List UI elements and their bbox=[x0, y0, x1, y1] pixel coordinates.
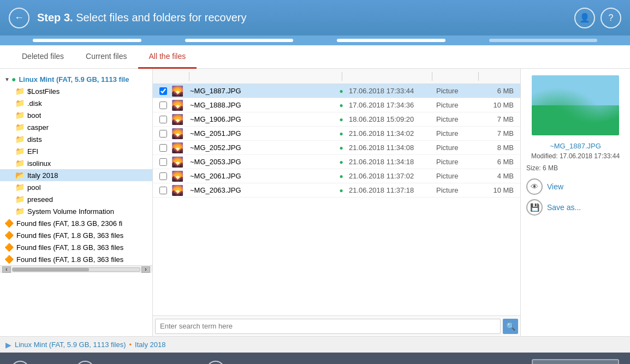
row-type: Picture bbox=[436, 115, 480, 123]
scroll-thumb bbox=[13, 268, 89, 271]
tree-item-found2[interactable]: 🔶 Found files (FAT, 1.8 GB, 363 files bbox=[0, 229, 152, 241]
folder-icon: 📁 bbox=[15, 159, 25, 168]
select-all-button[interactable]: ☑ Select all bbox=[11, 361, 65, 364]
user-button[interactable]: 👤 bbox=[574, 8, 595, 28]
status-icon: ● bbox=[339, 116, 343, 123]
tree-root[interactable]: ▼ ● Linux Mint (FAT, 5.9 GB, 1113 file bbox=[0, 73, 152, 85]
tree-item-efi[interactable]: 📁 EFI bbox=[0, 145, 152, 157]
row-status: ● bbox=[334, 172, 349, 180]
table-row[interactable]: 🌄 ~MG_2061.JPG ● 21.06.2018 11:37:02 Pic… bbox=[153, 169, 520, 183]
tree-item-found4[interactable]: 🔶 Found files (FAT, 1.8 GB, 363 files bbox=[0, 253, 152, 265]
save-icon: 💾 bbox=[526, 199, 543, 216]
file-list-header bbox=[153, 69, 520, 84]
table-row[interactable]: 🌄 ~MG_1887.JPG ● 17.06.2018 17:33:44 Pic… bbox=[153, 84, 520, 98]
checkbox-input[interactable] bbox=[159, 187, 167, 194]
view-action[interactable]: 👁 View bbox=[526, 178, 625, 195]
progress-step-4 bbox=[489, 39, 598, 42]
tree-item-casper[interactable]: 📁 casper bbox=[0, 121, 152, 133]
row-checkbox[interactable] bbox=[155, 102, 171, 109]
help-button[interactable]: ? bbox=[601, 8, 621, 28]
exit-icon: ✕ bbox=[206, 361, 225, 364]
save-action[interactable]: 💾 Save as... bbox=[526, 199, 625, 216]
table-row[interactable]: 🌄 ~MG_2051.JPG ● 21.06.2018 11:34:02 Pic… bbox=[153, 127, 520, 141]
scroll-right-arrow[interactable]: › bbox=[141, 266, 150, 273]
checkbox-input[interactable] bbox=[159, 116, 167, 123]
row-type: Picture bbox=[436, 172, 480, 180]
back-button[interactable]: ← bbox=[9, 8, 29, 28]
tree-item-boot[interactable]: 📁 boot bbox=[0, 109, 152, 121]
tree-item-lostfiles[interactable]: 📁 $LostFiles bbox=[0, 85, 152, 97]
tree-collapse-icon: ▼ bbox=[4, 76, 10, 82]
encoding-button[interactable]: AB Change file names encoding bbox=[76, 361, 195, 364]
checkbox-input[interactable] bbox=[159, 144, 167, 152]
row-date: 17.06.2018 17:33:44 bbox=[349, 87, 436, 95]
search-bar: 🔍 bbox=[153, 315, 520, 336]
folder-icon: 📁 bbox=[15, 87, 25, 96]
tab-deleted[interactable]: Deleted files bbox=[11, 45, 75, 69]
breadcrumb-drive[interactable]: Linux Mint (FAT, 5.9 GB, 1113 files) bbox=[15, 341, 126, 349]
folder-icon: 📁 bbox=[15, 123, 25, 132]
checkbox-input[interactable] bbox=[159, 172, 167, 180]
row-checkbox[interactable] bbox=[155, 130, 171, 138]
table-row[interactable]: 🌄 ~MG_2053.JPG ● 21.06.2018 11:34:18 Pic… bbox=[153, 155, 520, 169]
view-label[interactable]: View bbox=[547, 182, 563, 191]
checkbox-input[interactable] bbox=[159, 87, 167, 95]
tabs: Deleted files Current files All the file… bbox=[0, 45, 630, 69]
found-icon: 🔶 bbox=[4, 231, 14, 240]
preview-modified: Modified: 17.06.2018 17:33:44 bbox=[531, 152, 620, 160]
row-size: 7 MB bbox=[480, 115, 518, 123]
progress-area bbox=[0, 35, 630, 45]
scroll-left-arrow[interactable]: ‹ bbox=[2, 266, 11, 273]
progress-step-2 bbox=[185, 39, 294, 42]
folder-selected-icon: 📂 bbox=[15, 171, 25, 180]
status-icon: ● bbox=[339, 87, 343, 95]
tree-item-isolinux[interactable]: 📁 isolinux bbox=[0, 157, 152, 169]
tree-item-label: System Volume Information bbox=[27, 207, 114, 216]
table-row[interactable]: 🌄 ~MG_2063.JPG ● 21.06.2018 11:37:18 Pic… bbox=[153, 183, 520, 198]
tree-item-found1[interactable]: 🔶 Found files (FAT, 18.3 GB, 2306 fi bbox=[0, 217, 152, 229]
search-button[interactable]: 🔍 bbox=[503, 319, 518, 334]
folder-icon: 📁 bbox=[15, 207, 25, 216]
row-size: 4 MB bbox=[480, 172, 518, 180]
row-type: Picture bbox=[436, 144, 480, 152]
tree-item-disk[interactable]: 📁 .disk bbox=[0, 97, 152, 109]
tree-item-italy2018[interactable]: 📂 Italy 2018 bbox=[0, 169, 152, 181]
row-checkbox[interactable] bbox=[155, 116, 171, 123]
row-checkbox[interactable] bbox=[155, 172, 171, 180]
row-type: Picture bbox=[436, 101, 480, 109]
progress-step-3 bbox=[337, 39, 445, 42]
recover-selected-button[interactable]: Recover selected bbox=[532, 359, 619, 364]
row-checkbox[interactable] bbox=[155, 144, 171, 152]
row-status: ● bbox=[334, 87, 349, 95]
tree-item-found3[interactable]: 🔶 Found files (FAT, 1.8 GB, 363 files bbox=[0, 241, 152, 253]
checkbox-input[interactable] bbox=[159, 102, 167, 109]
row-date: 21.06.2018 11:34:08 bbox=[349, 144, 436, 152]
checkbox-input[interactable] bbox=[159, 130, 167, 138]
row-checkbox[interactable] bbox=[155, 187, 171, 194]
tree-item-sysvolinfo[interactable]: 📁 System Volume Information bbox=[0, 205, 152, 217]
checkbox-input[interactable] bbox=[159, 158, 167, 166]
breadcrumb-arrow-icon: ▶ bbox=[5, 341, 11, 349]
search-input[interactable] bbox=[155, 319, 501, 334]
found-icon: 🔶 bbox=[4, 243, 14, 252]
breadcrumb-folder[interactable]: Italy 2018 bbox=[135, 341, 165, 349]
tab-all[interactable]: All the files bbox=[138, 45, 197, 69]
tree-item-dists[interactable]: 📁 dists bbox=[0, 133, 152, 145]
tree-item-preseed[interactable]: 📁 preseed bbox=[0, 193, 152, 205]
row-checkbox[interactable] bbox=[155, 158, 171, 166]
row-filename: ~MG_2053.JPG bbox=[188, 158, 334, 166]
horizontal-scrollbar[interactable]: ‹ › bbox=[0, 265, 152, 273]
save-label[interactable]: Save as... bbox=[547, 203, 581, 212]
preview-image bbox=[532, 75, 619, 135]
tree-item-pool[interactable]: 📁 pool bbox=[0, 181, 152, 193]
tree-item-label: dists bbox=[27, 135, 42, 144]
table-row[interactable]: 🌄 ~MG_2052.JPG ● 21.06.2018 11:34:08 Pic… bbox=[153, 141, 520, 155]
tree-item-label: preseed bbox=[27, 195, 53, 204]
preview-filename: ~MG_1887.JPG bbox=[550, 142, 601, 150]
tab-current[interactable]: Current files bbox=[75, 45, 138, 69]
table-row[interactable]: 🌄 ~MG_1888.JPG ● 17.06.2018 17:34:36 Pic… bbox=[153, 98, 520, 112]
exit-button[interactable]: ✕ Exit Wizard bbox=[206, 361, 268, 364]
table-row[interactable]: 🌄 ~MG_1906.JPG ● 18.06.2018 15:09:20 Pic… bbox=[153, 112, 520, 127]
row-checkbox[interactable] bbox=[155, 87, 171, 95]
row-status: ● bbox=[334, 144, 349, 152]
